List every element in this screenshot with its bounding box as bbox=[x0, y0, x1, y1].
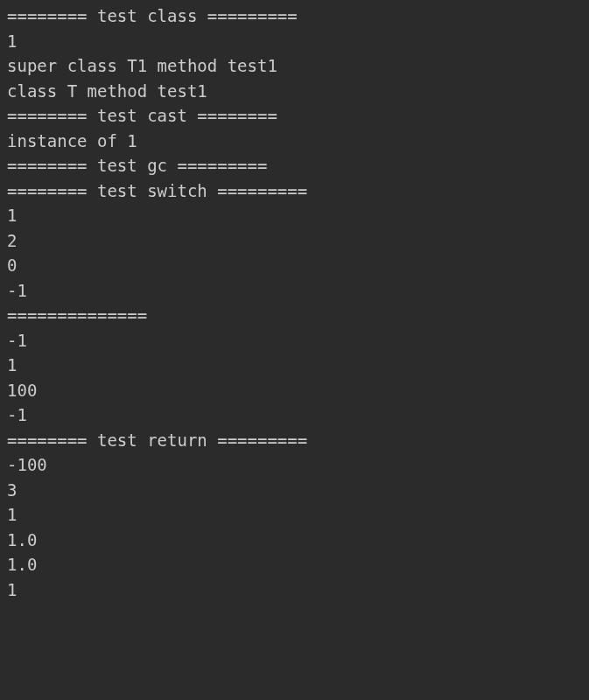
terminal-line: ======== test class ========= bbox=[7, 4, 582, 29]
terminal-line: -1 bbox=[7, 402, 582, 428]
terminal-line: 1.0 bbox=[7, 552, 582, 578]
terminal-line: ======== test gc ========= bbox=[7, 153, 582, 178]
terminal-line: instance of 1 bbox=[7, 129, 582, 154]
terminal-line: 1 bbox=[7, 29, 582, 54]
terminal-line: 1 bbox=[7, 578, 582, 603]
terminal-line: 0 bbox=[7, 253, 582, 278]
terminal-line: super class T1 method test1 bbox=[7, 53, 582, 79]
terminal-line: ======== test switch ========= bbox=[7, 178, 582, 204]
terminal-line: 100 bbox=[7, 378, 582, 403]
terminal-line: 2 bbox=[7, 228, 582, 254]
terminal-line: -1 bbox=[7, 328, 582, 354]
terminal-line: ======== test return ========= bbox=[7, 428, 582, 453]
terminal-line: 1 bbox=[7, 353, 582, 378]
terminal-line: ======== test cast ======== bbox=[7, 103, 582, 129]
terminal-line: 3 bbox=[7, 478, 582, 503]
terminal-line: -1 bbox=[7, 278, 582, 304]
terminal-line: ============== bbox=[7, 303, 582, 328]
terminal-line: 1 bbox=[7, 203, 582, 228]
terminal-line: 1.0 bbox=[7, 528, 582, 553]
terminal-line: class T method test1 bbox=[7, 79, 582, 104]
terminal-output: ======== test class ========= 1 super cl… bbox=[7, 4, 582, 602]
terminal-line: -100 bbox=[7, 452, 582, 478]
terminal-line: 1 bbox=[7, 502, 582, 528]
